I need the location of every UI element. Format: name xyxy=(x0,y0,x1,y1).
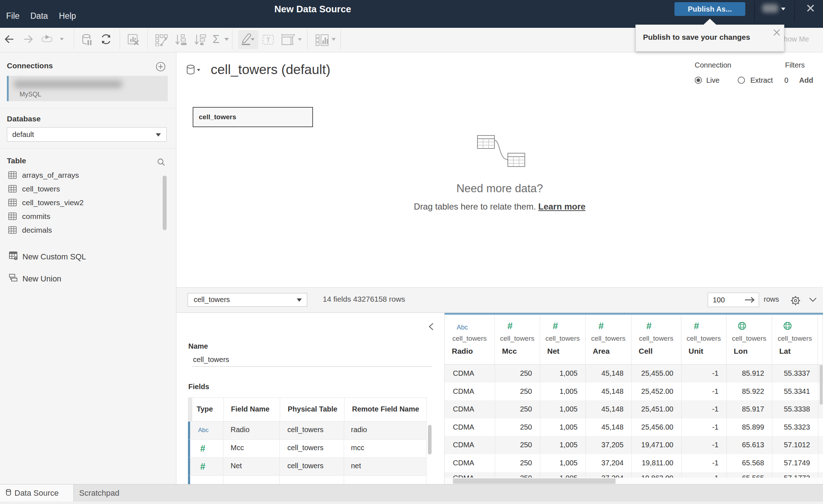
svg-text:T: T xyxy=(266,36,270,44)
